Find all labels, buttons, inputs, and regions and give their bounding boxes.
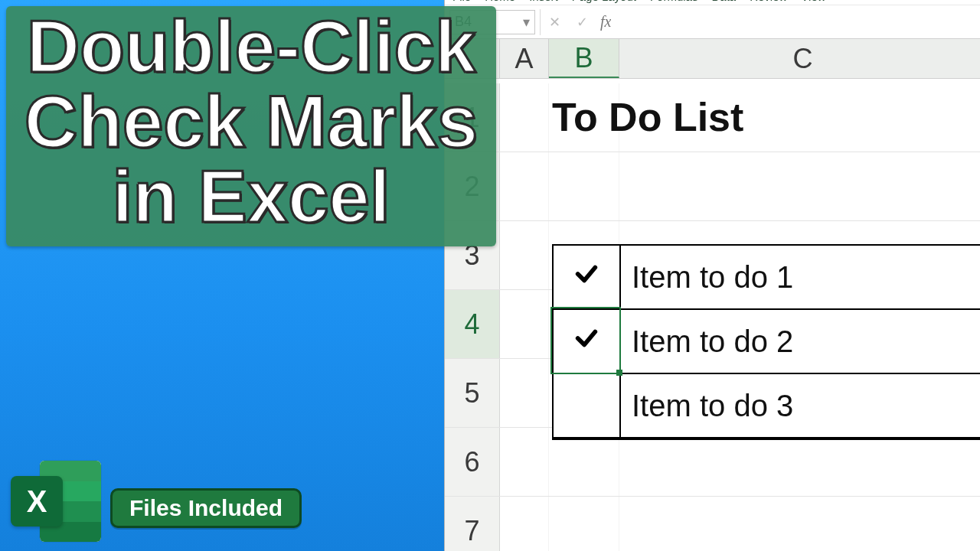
- cell-A4[interactable]: [500, 290, 549, 358]
- cell-A3[interactable]: [500, 221, 549, 289]
- cell-C7[interactable]: [619, 497, 980, 551]
- check-cell[interactable]: [554, 246, 621, 310]
- row-header-7[interactable]: 7: [445, 497, 500, 551]
- table-row: Item to do 2: [554, 310, 980, 374]
- todo-item-label[interactable]: Item to do 2: [621, 310, 980, 374]
- todo-table: Item to do 1 Item to do 2 Item to do 3 I…: [552, 244, 980, 440]
- row-header-6[interactable]: 6: [445, 428, 500, 496]
- cell-A5[interactable]: [500, 359, 549, 427]
- ribbon-tab-view[interactable]: View: [801, 0, 825, 3]
- ribbon-tab-file[interactable]: File: [452, 0, 471, 3]
- row-header-4[interactable]: 4: [445, 290, 500, 358]
- cell-B7[interactable]: [549, 497, 619, 551]
- files-included-badge: Files Included: [110, 488, 302, 528]
- column-headers: A B C: [445, 39, 980, 79]
- chevron-down-icon[interactable]: ▾: [523, 14, 530, 31]
- cell-A1[interactable]: [500, 83, 549, 152]
- ribbon-tab-insert[interactable]: Insert: [529, 0, 558, 3]
- excel-window: File Home Insert Page Layout Formulas Da…: [444, 0, 980, 551]
- check-cell[interactable]: [554, 374, 621, 439]
- title-line-2: Check Marks: [17, 84, 485, 159]
- ribbon-tab-home[interactable]: Home: [485, 0, 515, 3]
- excel-app-icon: X: [11, 456, 101, 546]
- ribbon-tab-page-layout[interactable]: Page Layout: [572, 0, 636, 3]
- cell-C2[interactable]: [619, 152, 980, 220]
- column-header-A[interactable]: A: [500, 39, 549, 78]
- fx-label[interactable]: fx: [600, 13, 611, 31]
- check-icon: [573, 325, 599, 357]
- formula-input[interactable]: [611, 10, 980, 34]
- worksheet-grid[interactable]: To Do List 1 2 3 4 5 6 7 Item to do 1 It…: [445, 83, 980, 551]
- check-icon: [573, 261, 599, 293]
- table-row: Item to do 3: [554, 374, 980, 439]
- confirm-icon[interactable]: ✓: [568, 10, 596, 34]
- column-header-C[interactable]: C: [619, 39, 980, 78]
- title-line-1: Double-Click: [17, 9, 485, 84]
- table-row: Item to do 1: [554, 246, 980, 310]
- title-line-3: in Excel: [17, 159, 485, 234]
- title-cell[interactable]: To Do List: [552, 94, 743, 140]
- ribbon-tab-review[interactable]: Review: [750, 0, 787, 3]
- cell-A7[interactable]: [500, 497, 549, 551]
- row-header-5[interactable]: 5: [445, 359, 500, 427]
- ribbon-tab-data[interactable]: Data: [711, 0, 736, 3]
- formula-bar-row: B4 ▾ ✕ ✓ fx: [445, 5, 980, 39]
- cell-A2[interactable]: [500, 152, 549, 220]
- check-cell[interactable]: [554, 310, 621, 374]
- todo-item-label[interactable]: Item to do 1: [621, 246, 980, 310]
- ribbon-tabs: File Home Insert Page Layout Formulas Da…: [445, 0, 980, 5]
- cancel-icon[interactable]: ✕: [541, 10, 568, 34]
- ribbon-tab-formulas[interactable]: Formulas: [650, 0, 698, 3]
- thumbnail-title-card: Double-Click Check Marks in Excel: [6, 6, 496, 246]
- todo-item-label[interactable]: Item to do 3: [621, 374, 980, 439]
- column-header-B[interactable]: B: [549, 39, 619, 78]
- excel-icon-badge: X: [11, 476, 63, 527]
- cell-A6[interactable]: [500, 428, 549, 496]
- cell-B2[interactable]: [549, 152, 619, 220]
